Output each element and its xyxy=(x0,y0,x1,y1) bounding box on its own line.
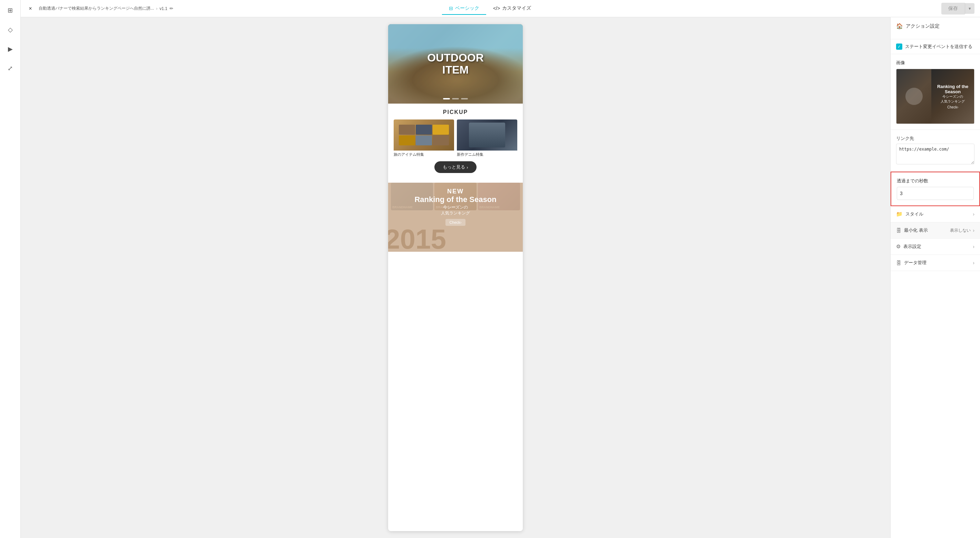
hero-dot-1 xyxy=(443,98,450,99)
hero-text: OUTDOOR ITEM xyxy=(427,52,484,76)
edit-icon[interactable]: ✏ xyxy=(170,6,173,11)
pickup-label-1: 旅のアイテム特集 xyxy=(394,152,454,157)
display-settings-row-left: ⚙ 表示設定 xyxy=(896,244,921,250)
overlay-subtitle: 今シーズンの人気ランキング xyxy=(414,204,496,216)
preview-panel: OUTDOOR ITEM PICKUP xyxy=(21,17,890,538)
hero-dot-2 xyxy=(452,98,459,99)
right-panel: 🏠 アクション設定 ✓ ステート変更イベントを送信する 画像 xyxy=(890,17,980,538)
pickup-item-2[interactable]: 新作デニム特集 xyxy=(457,119,517,157)
image-preview-subtitle: 今シーズンの人気ランキング xyxy=(937,94,969,104)
layout-tab-icon: ⊟ xyxy=(449,6,453,11)
hero-dot-3 xyxy=(461,98,468,99)
pickup-section: PICKUP xyxy=(388,103,523,183)
overlay-big-number: 2015 xyxy=(388,223,446,252)
save-dropdown-button[interactable]: ▾ xyxy=(965,3,974,14)
action-settings-label: アクション設定 xyxy=(906,23,940,29)
breadcrumb-arrow: › xyxy=(156,6,158,11)
link-label: リンク先 xyxy=(896,135,974,142)
pickup-label-2: 新作デニム特集 xyxy=(457,152,517,157)
pickup-image-2 xyxy=(457,119,517,151)
hero-dots xyxy=(443,98,468,99)
hero-banner: OUTDOOR ITEM xyxy=(388,24,523,103)
overlay-check-button[interactable]: Check› xyxy=(445,219,466,226)
tab-basic[interactable]: ⊟ ベーシック xyxy=(442,2,486,15)
display-settings-expand-arrow: › xyxy=(973,244,974,249)
more-button[interactable]: もっと見る › xyxy=(434,161,476,173)
image-preview-box[interactable]: Ranking of the Season 今シーズンの人気ランキング Chec… xyxy=(896,69,974,124)
image-preview-title: Ranking of the Season xyxy=(937,84,969,94)
minimize-row-left: 🗄 最小化 表示 xyxy=(896,227,928,234)
tab-bar: ⊟ ベーシック </> カスタマイズ xyxy=(442,2,538,15)
phone-preview: OUTDOOR ITEM PICKUP xyxy=(388,24,523,531)
action-settings-section: 🏠 アクション設定 xyxy=(891,17,980,39)
version-label: v1.1 xyxy=(159,6,167,11)
floating-overlay: × 2015 NEW Ranking of the Season 今シーズンの人… xyxy=(388,183,523,252)
image-preview-content: Ranking of the Season 今シーズンの人気ランキング Chec… xyxy=(934,81,971,112)
gear-icon: ⚙ xyxy=(896,244,900,250)
image-preview-check: Check› xyxy=(937,105,969,109)
pickup-item-1[interactable]: 旅のアイテム特集 xyxy=(394,119,454,157)
overlay-container: BRANDNAME BRANDNAME BRANDNAME × xyxy=(388,183,523,252)
hero-title-line1: OUTDOOR xyxy=(427,52,484,64)
pickup-image-1 xyxy=(394,119,454,151)
breadcrumb-text: 自動透過バナーで検索結果からランキングページへ自然に誘... xyxy=(39,6,154,11)
tab-customize[interactable]: </> カスタマイズ xyxy=(486,2,538,15)
seconds-input[interactable] xyxy=(897,187,974,200)
overlay-new-badge: NEW xyxy=(414,188,496,195)
content-area: OUTDOOR ITEM PICKUP xyxy=(21,17,980,538)
minimize-expand-arrow: › xyxy=(973,228,974,233)
minimize-value: 表示しない xyxy=(950,228,970,234)
state-change-row: ✓ ステート変更イベントを送信する xyxy=(891,39,980,54)
style-row-left: 📁 スタイル xyxy=(896,211,923,217)
style-row[interactable]: 📁 スタイル › xyxy=(891,206,980,222)
data-management-expand-arrow: › xyxy=(973,260,974,266)
home-icon: 🏠 xyxy=(896,23,903,29)
link-input[interactable]: https://example.com/ xyxy=(896,144,974,164)
seconds-section: 透過までの秒数 xyxy=(891,172,980,206)
data-management-label: データ管理 xyxy=(904,259,926,266)
display-settings-label: 表示設定 xyxy=(903,244,921,250)
play-icon[interactable]: ▶ xyxy=(4,43,17,55)
more-button-container: もっと見る › xyxy=(394,161,517,173)
database-icon: 🗄 xyxy=(896,260,901,266)
minimize-icon: 🗄 xyxy=(896,228,901,234)
image-label: 画像 xyxy=(896,60,974,66)
pickup-title: PICKUP xyxy=(394,109,517,115)
pickup-grid: 旅のアイテム特集 新作デニム特集 xyxy=(394,119,517,157)
hero-title-line2: ITEM xyxy=(427,64,484,76)
minimize-label: 最小化 表示 xyxy=(904,227,928,234)
style-expand-arrow: › xyxy=(973,211,974,217)
diamond-icon[interactable]: ◇ xyxy=(4,24,17,36)
display-settings-row[interactable]: ⚙ 表示設定 › xyxy=(891,239,980,255)
main-area: × 自動透過バナーで検索結果からランキングページへ自然に誘... › v1.1 … xyxy=(21,0,980,538)
code-tab-icon: </> xyxy=(493,6,500,11)
data-management-row[interactable]: 🗄 データ管理 › xyxy=(891,255,980,271)
folder-icon: 📁 xyxy=(896,211,903,217)
save-area: 保存 ▾ xyxy=(941,3,974,14)
close-button[interactable]: × xyxy=(26,5,35,13)
left-sidebar: ⊞ ◇ ▶ ⤢ xyxy=(0,0,21,538)
minimize-row: 🗄 最小化 表示 表示しない › xyxy=(891,222,980,239)
layout-icon[interactable]: ⊞ xyxy=(4,4,17,17)
seconds-label: 透過までの秒数 xyxy=(897,178,974,184)
state-change-label: ステート変更イベントを送信する xyxy=(905,43,972,50)
link-section: リンク先 https://example.com/ xyxy=(891,130,980,172)
expand-icon[interactable]: ⤢ xyxy=(4,62,17,75)
overlay-title: Ranking of the Season xyxy=(414,195,496,204)
data-management-row-left: 🗄 データ管理 xyxy=(896,259,926,266)
action-settings-header: 🏠 アクション設定 xyxy=(896,23,974,29)
state-change-checkbox[interactable]: ✓ xyxy=(896,43,902,50)
save-button[interactable]: 保存 xyxy=(941,3,965,14)
top-bar: × 自動透過バナーで検索結果からランキングページへ自然に誘... › v1.1 … xyxy=(21,0,980,17)
image-section: 画像 Ranking of the Season 今シーズンの人気ランキング C… xyxy=(891,54,980,130)
style-label: スタイル xyxy=(905,211,923,217)
